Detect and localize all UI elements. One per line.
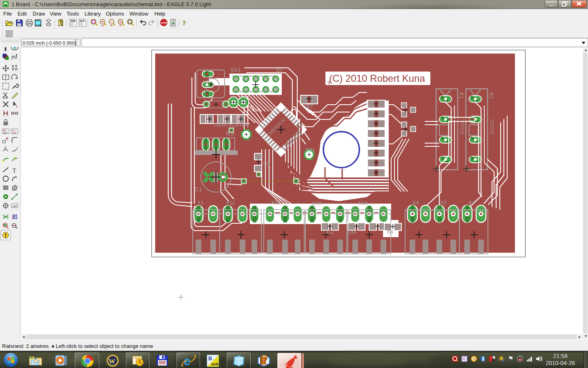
svg-text:10k: 10k bbox=[12, 132, 17, 134]
svg-text:>AT: >AT bbox=[12, 205, 18, 208]
svg-text:n: n bbox=[463, 357, 465, 361]
svg-text:?: ? bbox=[183, 19, 186, 27]
svg-text:B: B bbox=[208, 355, 212, 361]
svg-text:STOP: STOP bbox=[161, 22, 167, 24]
svg-text:ULP: ULP bbox=[80, 20, 85, 23]
svg-text:T: T bbox=[13, 167, 16, 174]
svg-text:10k: 10k bbox=[3, 132, 8, 134]
svg-text:W: W bbox=[109, 357, 116, 365]
svg-text:AVR: AVR bbox=[211, 362, 219, 366]
svg-text:SCR: SCR bbox=[71, 20, 76, 23]
